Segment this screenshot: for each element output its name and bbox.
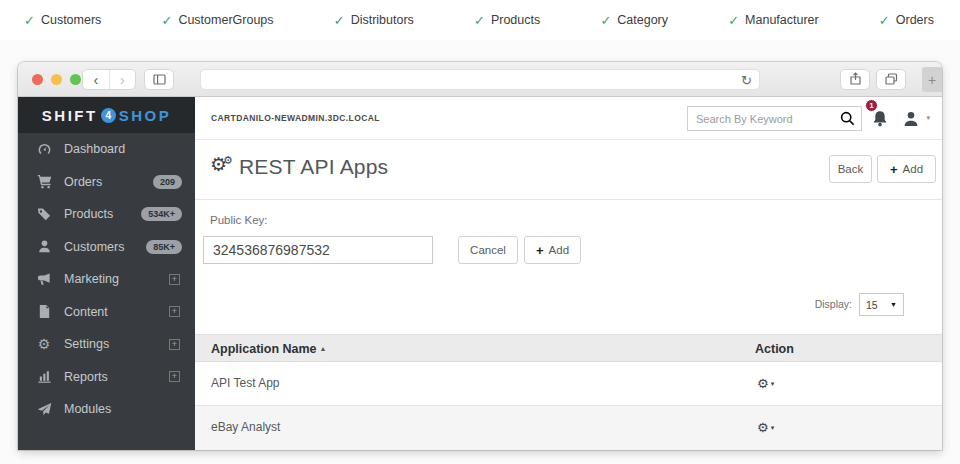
export-item-products: ✓ Products: [474, 13, 540, 28]
export-item-distributors: ✓ Distributors: [334, 13, 414, 28]
sidebar-item-label: Content: [64, 305, 108, 319]
column-header-application-name[interactable]: Application Name▲: [211, 342, 327, 356]
row-action-menu[interactable]: ⚙▾: [757, 374, 774, 392]
browser-window: ‹ › ↻ +: [18, 62, 942, 450]
caret-down-icon: ▾: [771, 380, 775, 387]
account-user-icon[interactable]: [902, 110, 920, 128]
logo-text-shop: SHOP: [119, 107, 172, 124]
sort-ascending-icon: ▲: [320, 345, 327, 352]
sidebar-item-label: Dashboard: [64, 142, 125, 156]
sidebar-item-products[interactable]: Products 534K+: [18, 198, 195, 231]
page-title-row: ⚙⚙ REST API Apps Back + Add: [195, 140, 942, 200]
logo-badge-4: 4: [101, 108, 116, 123]
keyword-search-box: [687, 106, 862, 131]
url-input[interactable]: [209, 70, 729, 89]
share-button[interactable]: [840, 69, 870, 90]
sidebar-item-label: Reports: [64, 370, 108, 384]
document-icon: [36, 304, 52, 319]
address-bar[interactable]: ↻: [200, 69, 760, 90]
back-nav-button[interactable]: ‹: [83, 70, 110, 89]
cancel-button[interactable]: Cancel: [458, 236, 518, 264]
sidebar-item-label: Products: [64, 207, 113, 221]
expand-icon[interactable]: +: [169, 371, 180, 382]
shift4shop-logo: SHIFT 4 SHOP: [18, 97, 195, 133]
caret-down-icon: ▾: [771, 424, 775, 431]
bar-chart-icon: [36, 369, 52, 384]
new-tab-button[interactable]: +: [922, 67, 942, 92]
table-header: Application Name▲ Action: [195, 334, 942, 362]
tab-overview-button[interactable]: [876, 69, 906, 90]
tags-icon: [36, 207, 52, 222]
search-input[interactable]: [696, 108, 831, 129]
forward-nav-button[interactable]: ›: [110, 70, 136, 89]
back-button[interactable]: Back: [829, 155, 872, 183]
check-icon: ✓: [334, 13, 345, 28]
gears-icon: ⚙⚙: [210, 153, 237, 176]
plus-icon: +: [536, 243, 544, 258]
tabs-icon: [885, 71, 898, 89]
check-icon: ✓: [474, 13, 485, 28]
sidebar-item-label: Modules: [64, 402, 111, 416]
expand-icon[interactable]: +: [169, 339, 180, 350]
customers-count-badge: 85K+: [146, 240, 182, 254]
column-label: Application Name: [211, 342, 317, 356]
public-key-input[interactable]: [203, 236, 433, 264]
refresh-icon[interactable]: ↻: [741, 72, 752, 89]
sidebar-toggle-icon: [153, 71, 166, 89]
screen: ✓ Customers ✓ CustomerGroups ✓ Distribut…: [0, 0, 960, 464]
orders-count-badge: 209: [153, 175, 182, 189]
notifications-bell-icon[interactable]: [870, 109, 890, 129]
store-domain: CARTDANILO-NEWADMIN.3DC.LOCAL: [211, 113, 380, 123]
main-panel: CARTDANILO-NEWADMIN.3DC.LOCAL 1 ▾: [195, 97, 942, 450]
sidebar-item-label: Settings: [64, 337, 109, 351]
column-header-action: Action: [755, 342, 794, 356]
display-count-value: 15: [866, 299, 878, 311]
expand-icon[interactable]: +: [169, 274, 180, 285]
zoom-button[interactable]: [70, 74, 81, 85]
user-icon: [36, 239, 52, 254]
check-icon: ✓: [24, 13, 35, 28]
export-item-label: Distributors: [351, 13, 414, 27]
admin-header: CARTDANILO-NEWADMIN.3DC.LOCAL 1 ▾: [195, 97, 942, 140]
export-item-label: Category: [617, 13, 668, 27]
add-button-top[interactable]: + Add: [877, 155, 936, 183]
app-name-cell: API Test App: [211, 376, 280, 390]
gears-icon: ⚙: [36, 336, 52, 352]
table-row: API Test App ⚙▾: [195, 362, 942, 406]
products-count-badge: 534K+: [141, 207, 182, 221]
sidebar-item-label: Marketing: [64, 272, 119, 286]
app-name-cell: eBay Analyst: [211, 420, 280, 434]
sidebar-item-reports[interactable]: Reports +: [18, 361, 195, 394]
sidebar-item-label: Customers: [64, 240, 124, 254]
export-item-label: CustomerGroups: [178, 13, 273, 27]
sidebar-toggle-button[interactable]: [144, 69, 174, 90]
check-icon: ✓: [600, 13, 611, 28]
megaphone-icon: [36, 272, 52, 287]
sidebar-item-settings[interactable]: ⚙ Settings +: [18, 328, 195, 361]
sidebar-item-marketing[interactable]: Marketing +: [18, 263, 195, 296]
minimize-button[interactable]: [51, 74, 62, 85]
export-item-manufacturer: ✓ Manufacturer: [728, 13, 819, 28]
display-count-select[interactable]: 15 ▼: [859, 293, 904, 316]
sidebar-item-orders[interactable]: Orders 209: [18, 166, 195, 199]
page-title: REST API Apps: [239, 155, 388, 179]
sidebar-item-modules[interactable]: Modules: [18, 393, 195, 426]
export-item-label: Orders: [896, 13, 934, 27]
sidebar-item-customers[interactable]: Customers 85K+: [18, 231, 195, 264]
row-action-menu[interactable]: ⚙▾: [757, 418, 774, 436]
sidebar-item-dashboard[interactable]: Dashboard: [18, 133, 195, 166]
export-item-label: Manufacturer: [745, 13, 819, 27]
close-button[interactable]: [32, 74, 43, 85]
gear-icon: ⚙: [757, 420, 769, 435]
search-icon[interactable]: [840, 111, 855, 130]
admin-app: SHIFT 4 SHOP Dashboard Orders 209: [18, 97, 942, 450]
add-button-form[interactable]: + Add: [524, 236, 581, 264]
add-button-label: Add: [549, 244, 569, 256]
check-icon: ✓: [161, 13, 172, 28]
caret-down-icon: ▼: [890, 301, 897, 308]
add-button-label: Add: [903, 163, 923, 175]
sidebar-item-content[interactable]: Content +: [18, 296, 195, 329]
display-label: Display:: [815, 298, 852, 310]
nav-buttons: ‹ ›: [82, 69, 136, 90]
expand-icon[interactable]: +: [169, 306, 180, 317]
